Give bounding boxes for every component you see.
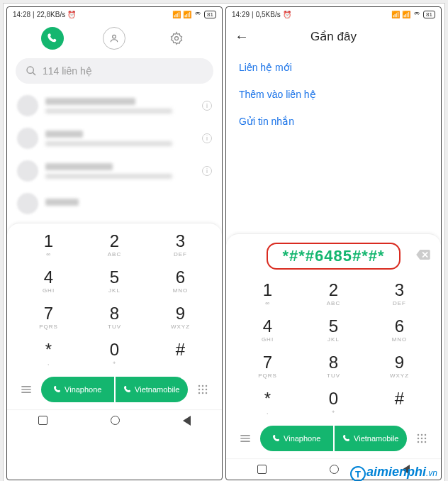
key-*[interactable]: *, — [16, 335, 82, 371]
svg-point-16 — [421, 438, 423, 440]
home-button[interactable] — [111, 416, 120, 425]
key-1[interactable]: 1∞ — [16, 226, 82, 262]
battery-icon: 81 — [204, 11, 216, 18]
alarm-icon: ⏰ — [283, 11, 291, 18]
key-letters: WXYZ — [147, 324, 213, 330]
key-5[interactable]: 5JKL — [301, 311, 366, 348]
key-7[interactable]: 7PQRS — [235, 348, 301, 384]
avatar — [17, 193, 38, 214]
back-button[interactable] — [183, 416, 191, 426]
key-7[interactable]: 7PQRS — [16, 299, 82, 335]
backspace-icon — [415, 249, 431, 260]
action-list: Liên hệ mới Thêm vào liên hệ Gửi tin nhắ… — [226, 51, 441, 138]
key-digit: * — [16, 341, 82, 358]
key-digit: 6 — [366, 318, 432, 335]
key-digit: 1 — [235, 282, 301, 299]
key-2[interactable]: 2ABC — [82, 226, 147, 262]
key-*[interactable]: *, — [235, 384, 301, 420]
list-item[interactable]: i — [7, 122, 222, 155]
key-8[interactable]: 8TUV — [301, 348, 366, 384]
key-letters: GHI — [16, 287, 82, 294]
key-#[interactable]: # — [366, 384, 432, 420]
recents-button[interactable] — [257, 465, 267, 474]
watermark: Taimienphi.vn — [350, 465, 437, 481]
menu-icon — [19, 382, 33, 397]
backspace-button[interactable] — [415, 249, 431, 263]
svg-point-12 — [418, 434, 420, 436]
list-item[interactable] — [7, 187, 222, 220]
add-to-contact-link[interactable]: Thêm vào liên hệ — [239, 81, 428, 108]
key-1[interactable]: 1∞ — [235, 275, 301, 311]
dialer-panel: 1∞2ABC3DEF4GHI5JKL6MNO7PQRS8TUV9WXYZ*,0+… — [7, 223, 222, 409]
info-icon[interactable]: i — [202, 133, 212, 143]
key-9[interactable]: 9WXYZ — [147, 299, 213, 335]
recents-button[interactable] — [38, 416, 47, 425]
key-digit: 0 — [82, 341, 147, 358]
avatar — [17, 95, 38, 116]
key-digit: 2 — [82, 233, 147, 250]
signal-icon: 📶 — [402, 11, 410, 18]
menu-button[interactable] — [235, 428, 256, 449]
key-letters: TUV — [82, 324, 147, 330]
svg-point-18 — [418, 441, 420, 443]
key-digit: 4 — [16, 269, 82, 286]
key-digit: 4 — [235, 318, 301, 335]
key-digit: 7 — [16, 305, 82, 322]
key-letters: MNO — [147, 287, 213, 294]
call-sim1-button[interactable]: Vinaphone — [41, 377, 114, 402]
signal-icon: 📶 — [172, 11, 181, 18]
key-9[interactable]: 9WXYZ — [366, 348, 432, 384]
svg-point-17 — [425, 438, 427, 440]
svg-point-4 — [202, 385, 204, 387]
signal-icon: 📶 — [391, 11, 400, 18]
phone-screen-left: 14:28 | 22,8KB/s ⏰ 📶 📶 81 — [6, 6, 223, 480]
contacts-tab[interactable] — [103, 27, 125, 50]
key-letters: ∞ — [16, 251, 82, 258]
key-8[interactable]: 8TUV — [82, 299, 147, 335]
list-item[interactable]: i — [7, 155, 222, 187]
dialpad-toggle[interactable] — [411, 428, 432, 449]
dialpad-toggle[interactable] — [192, 379, 213, 400]
key-#[interactable]: # — [147, 335, 213, 371]
svg-point-6 — [198, 389, 201, 391]
send-sms-link[interactable]: Gửi tin nhắn — [239, 108, 428, 135]
key-3[interactable]: 3DEF — [366, 275, 432, 311]
home-button[interactable] — [330, 465, 339, 474]
svg-point-20 — [425, 441, 427, 443]
key-6[interactable]: 6MNO — [366, 311, 432, 348]
phone-icon — [53, 385, 62, 394]
call-sim1-button[interactable]: Vinaphone — [260, 426, 333, 451]
list-item[interactable]: i — [7, 89, 222, 122]
menu-button[interactable] — [16, 379, 37, 400]
key-4[interactable]: 4GHI — [235, 311, 301, 348]
phone-tab[interactable] — [41, 27, 64, 50]
info-icon[interactable]: i — [202, 166, 212, 176]
key-3[interactable]: 3DEF — [147, 226, 213, 262]
key-6[interactable]: 6MNO — [147, 262, 213, 299]
key-2[interactable]: 2ABC — [301, 275, 366, 311]
key-0[interactable]: 0+ — [301, 384, 366, 420]
key-letters: ∞ — [235, 300, 301, 306]
search-input[interactable]: 114 liên hệ — [16, 58, 213, 84]
dialer-panel: *#*#6485#*#* 1∞2ABC3DEF4GHI5JKL6MNO7PQRS… — [226, 233, 441, 458]
call-sim2-button[interactable]: Vietnamobile — [335, 426, 408, 451]
key-digit: 3 — [366, 282, 432, 299]
svg-point-14 — [425, 434, 427, 436]
key-5[interactable]: 5JKL — [82, 262, 147, 299]
key-letters: JKL — [82, 287, 147, 294]
key-letters — [366, 409, 432, 415]
status-bar: 14:28 | 22,8KB/s ⏰ 📶 📶 81 — [7, 7, 222, 21]
person-icon — [109, 33, 119, 43]
key-digit: 0 — [301, 390, 366, 407]
info-icon[interactable]: i — [202, 101, 212, 111]
new-contact-link[interactable]: Liên hệ mới — [239, 54, 428, 81]
back-button[interactable]: ← — [235, 28, 249, 45]
svg-point-15 — [418, 438, 420, 440]
key-0[interactable]: 0+ — [82, 335, 147, 371]
key-4[interactable]: 4GHI — [16, 262, 82, 299]
key-letters: , — [16, 360, 82, 366]
svg-point-19 — [421, 441, 423, 443]
svg-point-3 — [198, 385, 201, 387]
call-sim2-button[interactable]: Vietnamobile — [116, 377, 189, 402]
settings-tab[interactable] — [165, 27, 188, 50]
